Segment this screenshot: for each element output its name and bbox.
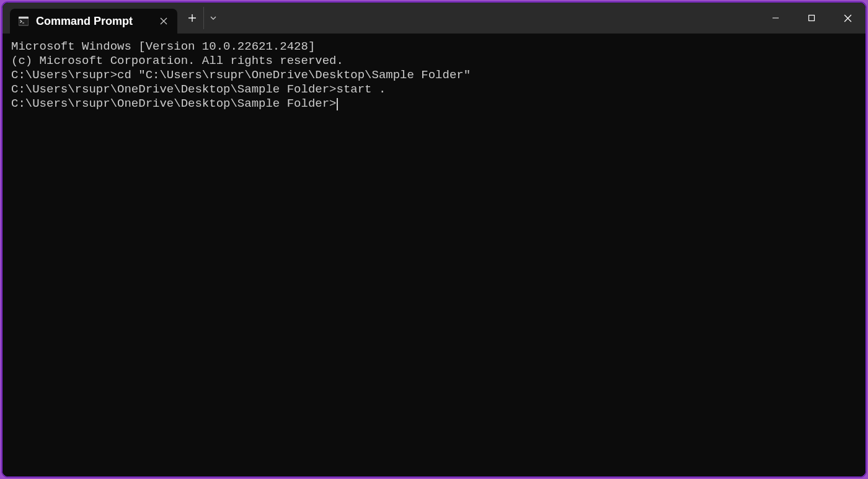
terminal-line: C:\Users\rsupr\OneDrive\Desktop\Sample F… bbox=[11, 97, 857, 111]
chevron-down-icon bbox=[210, 14, 217, 22]
terminal-line: C:\Users\rsupr>cd "C:\Users\rsupr\OneDri… bbox=[11, 68, 857, 83]
close-window-button[interactable] bbox=[830, 2, 866, 34]
tab-title: Command Prompt bbox=[36, 15, 150, 28]
text-cursor bbox=[337, 98, 338, 110]
window-controls bbox=[758, 2, 866, 34]
close-icon bbox=[160, 17, 167, 25]
minimize-button[interactable] bbox=[758, 2, 794, 34]
terminal-window: Command Prompt bbox=[2, 2, 866, 477]
maximize-icon bbox=[808, 14, 815, 22]
tab-command-prompt[interactable]: Command Prompt bbox=[10, 9, 177, 34]
tab-dropdown-button[interactable] bbox=[203, 7, 222, 29]
terminal-line: C:\Users\rsupr\OneDrive\Desktop\Sample F… bbox=[11, 83, 857, 97]
close-icon bbox=[844, 14, 852, 22]
titlebar-drag-region[interactable] bbox=[222, 2, 758, 34]
plus-icon bbox=[188, 14, 197, 22]
terminal-line: (c) Microsoft Corporation. All rights re… bbox=[11, 54, 857, 68]
titlebar[interactable]: Command Prompt bbox=[2, 2, 866, 34]
terminal-line: Microsoft Windows [Version 10.0.22621.24… bbox=[11, 40, 857, 54]
command-prompt-icon bbox=[19, 16, 29, 26]
minimize-icon bbox=[772, 14, 779, 22]
svg-rect-1 bbox=[19, 17, 29, 19]
new-tab-button[interactable] bbox=[181, 7, 203, 29]
maximize-button[interactable] bbox=[794, 2, 830, 34]
tab-strip: Command Prompt bbox=[2, 2, 177, 34]
tab-close-button[interactable] bbox=[157, 15, 170, 27]
svg-rect-8 bbox=[809, 16, 815, 21]
terminal-output[interactable]: Microsoft Windows [Version 10.0.22621.24… bbox=[2, 34, 866, 477]
